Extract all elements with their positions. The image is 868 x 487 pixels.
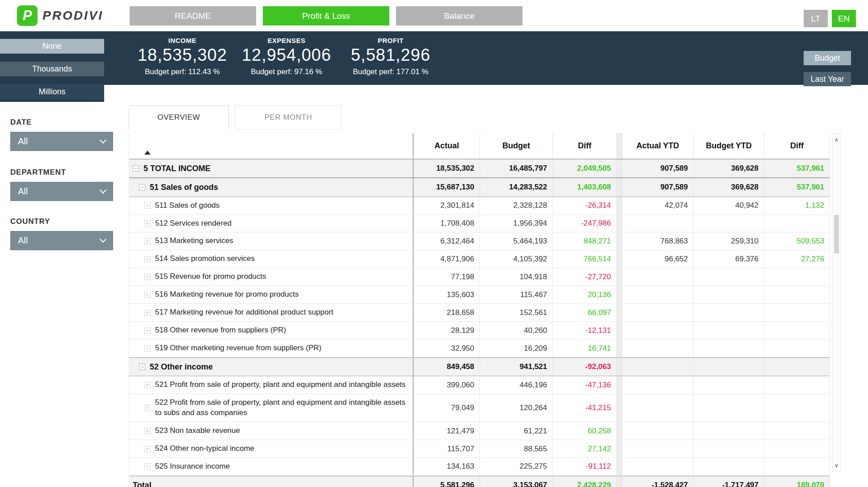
table-row[interactable]: +524 Other non-typical income115,70788,5… <box>129 440 830 458</box>
budget-button[interactable]: Budget <box>804 51 851 65</box>
cell-budget: 120,264 <box>480 394 552 422</box>
table-row[interactable]: +511 Sales of goods2,301,8142,328,128-26… <box>129 197 830 215</box>
filter-label: DATE <box>10 118 113 127</box>
vertical-scrollbar[interactable]: ∧ ∨ <box>832 133 841 472</box>
collapse-icon[interactable]: − <box>139 184 145 190</box>
column-header-diff-3[interactable]: Diff <box>764 133 830 159</box>
table-row[interactable]: +521 Profit from sale of property, plant… <box>129 376 830 394</box>
row-label: 522 Profit from sale of property, plant … <box>155 396 408 420</box>
row-header-cell: +514 Sales promotion services <box>129 250 413 268</box>
cell-diff: 27,142 <box>552 440 616 458</box>
cell-budget: 3,153,067 <box>480 476 552 487</box>
cell-diff-ytd <box>764 376 830 394</box>
column-header-actual[interactable]: Actual <box>413 133 480 159</box>
cell-budget-ytd: 369,628 <box>693 160 764 177</box>
cell-budget-ytd <box>693 458 764 475</box>
column-group-divider <box>616 376 622 394</box>
lang-en-button[interactable]: EN <box>832 10 856 27</box>
expand-icon[interactable]: + <box>144 382 151 388</box>
column-header-budget-ytd-2[interactable]: Budget YTD <box>693 133 764 159</box>
table-row[interactable]: +525 Insurance income134,163225,275-91,1… <box>129 458 830 476</box>
table-row[interactable]: +518 Other revenue from suppliers (PR)28… <box>129 322 830 340</box>
country-dropdown[interactable]: All <box>10 231 113 250</box>
cell-budget: 104,918 <box>480 268 552 285</box>
column-group-divider <box>616 458 622 475</box>
table-row[interactable]: +522 Profit from sale of property, plant… <box>129 394 830 422</box>
expand-icon[interactable]: + <box>144 220 151 227</box>
expand-icon[interactable]: + <box>144 345 151 352</box>
table-row[interactable]: −51 Sales of goods15,687,13014,283,5221,… <box>129 178 830 197</box>
last-year-button[interactable]: Last Year <box>804 72 851 86</box>
scroll-up-icon[interactable]: ∧ <box>833 136 840 143</box>
column-group-divider <box>616 250 622 268</box>
collapse-icon[interactable]: − <box>139 364 145 370</box>
dropdown-value: All <box>18 235 28 246</box>
expand-icon[interactable]: + <box>144 292 151 298</box>
view-tab-per-month[interactable]: PER MONTH <box>235 105 342 130</box>
table-total-row[interactable]: Total5,581,2963,153,0672,428,229-1,528,4… <box>129 476 830 487</box>
table-row[interactable]: +516 Marketing revenue for promo product… <box>129 286 830 304</box>
column-group-divider <box>616 422 622 440</box>
column-header-budget[interactable]: Budget <box>480 133 552 159</box>
lang-lt-button[interactable]: LT <box>804 10 828 27</box>
nav-tab-balance[interactable]: Balance <box>396 6 522 25</box>
table-row[interactable]: +514 Sales promotion services4,871,9064,… <box>129 250 830 268</box>
filter-country: COUNTRYAll <box>10 217 113 250</box>
scale-button-millions[interactable]: Millions <box>0 84 104 99</box>
column-header-diff[interactable]: Diff <box>552 133 616 159</box>
expand-icon[interactable]: + <box>144 310 151 316</box>
row-label: 52 Other income <box>150 360 213 374</box>
table-row[interactable]: −5 TOTAL INCOME18,535,30216,485,7972,049… <box>129 159 830 178</box>
table-row[interactable]: +515 Revenue for promo products77,198104… <box>129 268 830 286</box>
column-group-divider <box>616 340 622 357</box>
column-group-divider <box>616 197 622 214</box>
table-row[interactable]: +519 Other marketing revenue from suppli… <box>129 340 830 357</box>
expand-icon[interactable]: + <box>144 463 151 470</box>
expand-icon[interactable]: + <box>144 446 151 452</box>
nav-tab-profit-loss[interactable]: Profit & Loss <box>263 6 389 25</box>
cell-actual-ytd <box>622 376 693 394</box>
date-dropdown[interactable]: All <box>10 132 113 151</box>
cell-actual: 6,312,464 <box>413 232 480 250</box>
department-dropdown[interactable]: All <box>10 182 113 201</box>
view-tab-overview[interactable]: OVERVIEW <box>129 105 229 130</box>
row-label: 511 Sales of goods <box>155 199 219 213</box>
cell-budget: 941,521 <box>480 358 552 376</box>
row-label: 512 Services rendered <box>155 217 232 231</box>
expand-icon[interactable]: + <box>144 238 151 244</box>
table-row[interactable]: +512 Services rendered1,708,4081,956,394… <box>129 215 830 233</box>
cell-budget: 446,196 <box>480 376 552 394</box>
nav-tab-readme[interactable]: README <box>130 6 256 25</box>
cell-diff: -91,112 <box>552 458 616 475</box>
scroll-thumb[interactable] <box>834 215 839 253</box>
collapse-icon[interactable]: − <box>133 165 139 172</box>
filter-date: DATEAll <box>10 118 113 151</box>
table-row[interactable]: +513 Marketing services6,312,4645,464,19… <box>129 232 830 250</box>
scale-button-thousands[interactable]: Thousands <box>0 62 104 76</box>
cell-diff-ytd <box>764 358 830 376</box>
scale-button-none[interactable]: None <box>0 39 104 54</box>
expand-icon[interactable]: + <box>144 428 151 434</box>
table-row[interactable]: −52 Other income849,458941,521-92,063 <box>129 357 830 376</box>
cell-actual-ytd <box>622 268 693 285</box>
cell-diff: 2,428,229 <box>552 476 616 487</box>
expand-icon[interactable]: + <box>144 256 151 262</box>
cell-budget-ytd <box>693 440 764 458</box>
expand-icon[interactable]: + <box>144 202 151 209</box>
scroll-down-icon[interactable]: ∨ <box>833 462 840 469</box>
row-label: 524 Other non-typical income <box>155 442 254 456</box>
row-label: 521 Profit from sale of property, plant … <box>155 378 405 392</box>
row-header-cell: Total <box>129 476 413 487</box>
table-row[interactable]: +517 Marketing revenue for additional pr… <box>129 304 830 322</box>
cell-actual: 18,535,302 <box>413 160 480 177</box>
expand-icon[interactable]: + <box>144 405 151 411</box>
expand-icon[interactable]: + <box>144 274 151 280</box>
cell-diff-ytd: 189,070 <box>764 476 830 487</box>
row-header-cell: +525 Insurance income <box>129 458 413 475</box>
cell-diff: -92,063 <box>552 358 616 376</box>
expand-icon[interactable]: + <box>144 327 151 334</box>
table-row[interactable]: +523 Non taxable revenue121,47961,22160,… <box>129 422 830 440</box>
column-header-actual-ytd-1[interactable]: Actual YTD <box>622 133 693 159</box>
row-header-cell: +518 Other revenue from suppliers (PR) <box>129 322 413 339</box>
cell-actual-ytd: 907,589 <box>622 178 693 196</box>
